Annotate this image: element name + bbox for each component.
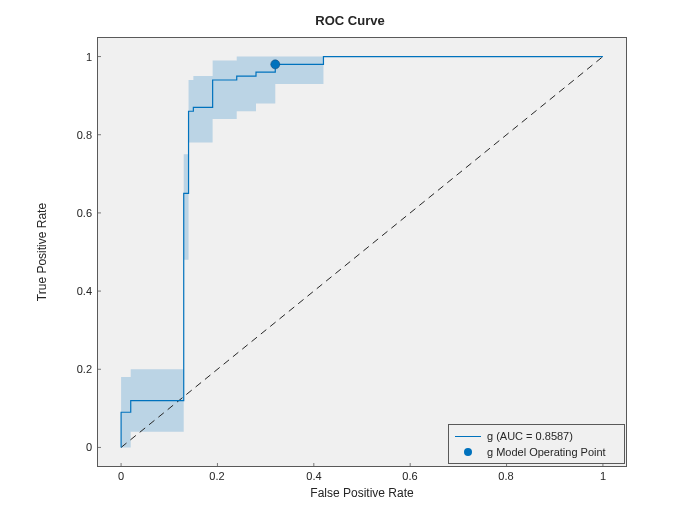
legend-point-label: g Model Operating Point: [487, 446, 606, 458]
ytick-0.8: 0.8: [62, 129, 92, 141]
chart-title: ROC Curve: [0, 13, 700, 28]
legend: g (AUC = 0.8587) g Model Operating Point: [448, 424, 625, 464]
xtick-0: 0: [101, 470, 141, 482]
ytick-0: 0: [62, 441, 92, 453]
ytick-0.6: 0.6: [62, 207, 92, 219]
figure: ROC Curve 0 0.2 0.: [0, 0, 700, 525]
x-axis-label: False Positive Rate: [97, 486, 627, 500]
xtick-1: 1: [583, 470, 623, 482]
operating-point-marker: [271, 60, 280, 69]
xtick-0.4: 0.4: [294, 470, 334, 482]
legend-dot-swatch: [455, 445, 481, 459]
y-axis-label: True Positive Rate: [35, 37, 55, 467]
ytick-1: 1: [62, 51, 92, 63]
legend-entry-line: g (AUC = 0.8587): [455, 428, 618, 444]
xtick-0.8: 0.8: [486, 470, 526, 482]
ytick-0.2: 0.2: [62, 363, 92, 375]
legend-line-label: g (AUC = 0.8587): [487, 430, 573, 442]
xtick-0.2: 0.2: [197, 470, 237, 482]
plot-area: [97, 37, 627, 467]
legend-line-swatch: [455, 429, 481, 443]
ytick-0.4: 0.4: [62, 285, 92, 297]
legend-entry-point: g Model Operating Point: [455, 444, 618, 460]
xtick-0.6: 0.6: [390, 470, 430, 482]
